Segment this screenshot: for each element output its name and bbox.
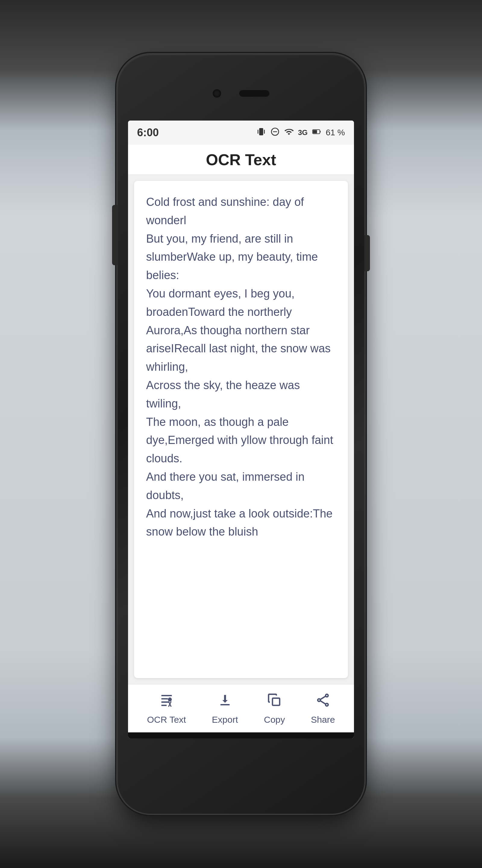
nav-item-export[interactable]: Export [212,692,238,725]
svg-rect-7 [313,130,317,133]
phone-top [118,54,364,121]
nav-label-ocr-text: OCR Text [147,715,186,725]
speaker [239,90,269,97]
svg-rect-2 [264,130,265,133]
text-card: Cold frost and sunshine: day of wonderl … [134,181,348,678]
dnd-icon [270,127,280,138]
app-title: OCR Text [206,151,276,169]
nav-label-copy: Copy [264,715,285,725]
screen: 6:00 3G 61 % [128,121,354,738]
battery-percent: 61 % [326,128,345,137]
phone-bottom [118,738,364,814]
svg-point-12 [326,703,328,706]
svg-line-13 [320,696,325,700]
status-bar: 6:00 3G 61 % [128,121,354,145]
vibrate-icon [256,127,266,138]
nav-item-ocr-text[interactable]: OCR Text [147,692,186,725]
bottom-nav: OCR Text Export Copy [128,684,354,733]
ocr-text-content: Cold frost and sunshine: day of wonderl … [146,193,336,541]
svg-rect-6 [320,131,321,132]
wifi-icon [284,127,294,138]
nav-label-share: Share [311,715,335,725]
svg-rect-9 [272,698,280,705]
svg-rect-0 [259,128,263,135]
svg-point-8 [168,698,171,701]
app-header: OCR Text [128,145,354,175]
svg-point-10 [326,694,328,697]
svg-rect-1 [258,130,258,133]
svg-point-11 [318,699,321,701]
nav-item-copy[interactable]: Copy [264,692,285,725]
copy-icon [267,692,282,712]
ocr-text-icon [159,692,174,712]
export-icon [217,692,233,712]
battery-icon [312,127,321,138]
phone-device: 6:00 3G 61 % [118,54,364,814]
front-camera [213,89,221,98]
main-content: Cold frost and sunshine: day of wonderl … [128,175,354,684]
camera-area [213,89,269,98]
phone-nav-bar: ‹ [128,733,354,738]
nav-item-share[interactable]: Share [311,692,335,725]
signal-icon: 3G [298,128,308,137]
back-button[interactable]: ‹ [187,738,190,738]
status-time: 6:00 [137,126,159,139]
share-icon [315,692,331,712]
svg-line-14 [320,701,325,704]
status-icons: 3G 61 % [256,127,345,138]
nav-label-export: Export [212,715,238,725]
